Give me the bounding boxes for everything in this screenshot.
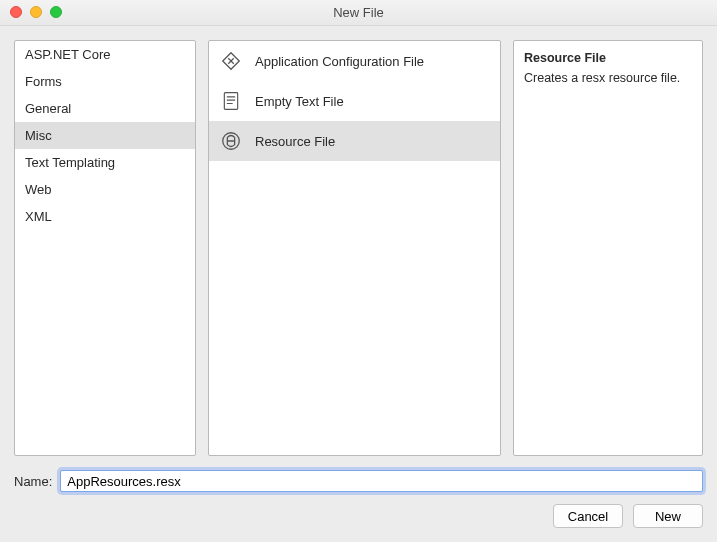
category-item-general[interactable]: General xyxy=(15,95,195,122)
config-icon xyxy=(219,49,243,73)
category-item-misc[interactable]: Misc xyxy=(15,122,195,149)
template-item-resource[interactable]: Resource File xyxy=(209,121,500,161)
category-item-aspnet[interactable]: ASP.NET Core xyxy=(15,41,195,68)
category-label: Text Templating xyxy=(25,155,115,170)
window-controls xyxy=(10,6,62,18)
category-label: Web xyxy=(25,182,52,197)
textfile-icon xyxy=(219,89,243,113)
category-item-forms[interactable]: Forms xyxy=(15,68,195,95)
category-label: Forms xyxy=(25,74,62,89)
description-title: Resource File xyxy=(524,49,692,67)
close-icon[interactable] xyxy=(10,6,22,18)
description-panel: Resource File Creates a resx resource fi… xyxy=(513,40,703,456)
category-label: XML xyxy=(25,209,52,224)
name-label: Name: xyxy=(14,474,52,489)
name-input[interactable] xyxy=(60,470,703,492)
template-item-textfile[interactable]: Empty Text File xyxy=(209,81,500,121)
titlebar: New File xyxy=(0,0,717,26)
description-body: Creates a resx resource file. xyxy=(524,69,692,87)
category-label: Misc xyxy=(25,128,52,143)
template-list: Application Configuration File Empty Tex… xyxy=(208,40,501,456)
template-label: Application Configuration File xyxy=(255,54,424,69)
template-label: Resource File xyxy=(255,134,335,149)
category-item-xml[interactable]: XML xyxy=(15,203,195,230)
dialog-buttons: Cancel New xyxy=(553,504,703,528)
resource-icon xyxy=(219,129,243,153)
new-button[interactable]: New xyxy=(633,504,703,528)
zoom-icon[interactable] xyxy=(50,6,62,18)
category-label: ASP.NET Core xyxy=(25,47,111,62)
window-title: New File xyxy=(333,5,384,20)
category-item-templating[interactable]: Text Templating xyxy=(15,149,195,176)
category-item-web[interactable]: Web xyxy=(15,176,195,203)
svg-rect-1 xyxy=(224,93,237,110)
main-panels: ASP.NET Core Forms General Misc Text Tem… xyxy=(0,26,717,456)
cancel-button[interactable]: Cancel xyxy=(553,504,623,528)
minimize-icon[interactable] xyxy=(30,6,42,18)
template-label: Empty Text File xyxy=(255,94,344,109)
category-label: General xyxy=(25,101,71,116)
template-item-config[interactable]: Application Configuration File xyxy=(209,41,500,81)
name-row: Name: xyxy=(0,456,717,492)
category-list: ASP.NET Core Forms General Misc Text Tem… xyxy=(14,40,196,456)
